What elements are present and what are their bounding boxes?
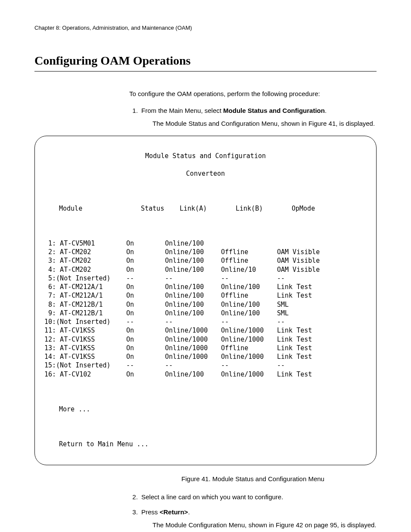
cell-linkb: Online/100: [221, 300, 277, 309]
cell-status: On: [126, 309, 165, 317]
col-status: Status: [141, 204, 180, 213]
cell-linkb: Offline: [221, 344, 277, 352]
cell-status: On: [126, 291, 165, 300]
cell-linka: Online/100: [165, 248, 221, 256]
cell-linka: Online/1000: [165, 326, 221, 335]
cell-linkb: Online/1000: [221, 352, 277, 361]
cell-module: 14: AT-CV1KSS: [44, 352, 126, 361]
cell-module: 2: AT-CM202: [44, 248, 126, 256]
terminal-row: 6: AT-CM212A/1OnOnline/100Online/100Link…: [44, 283, 367, 291]
cell-linka: Online/1000: [165, 344, 221, 352]
cell-linkb: Offline: [221, 291, 277, 300]
cell-module: 6: AT-CM212A/1: [44, 283, 126, 291]
cell-opmode: Link Test: [277, 335, 367, 344]
cell-module: 7: AT-CM212A/1: [44, 291, 126, 300]
terminal-title-1: Module Status and Configuration: [44, 152, 367, 160]
cell-status: --: [126, 274, 165, 283]
chapter-header: Chapter 8: Operations, Administration, a…: [34, 24, 377, 32]
cell-status: On: [126, 265, 165, 274]
terminal-row: 15:(Not Inserted)--------: [44, 361, 367, 370]
terminal-row: 10:(Not Inserted)--------: [44, 317, 367, 326]
step-3-result: The Module Configuration Menu, shown in …: [153, 521, 377, 529]
cell-status: On: [126, 352, 165, 361]
cell-linka: --: [165, 317, 221, 326]
cell-status: --: [126, 361, 165, 370]
step-1-result: The Module Status and Configuration Menu…: [153, 119, 377, 128]
cell-status: On: [126, 239, 165, 248]
cell-module: 15:(Not Inserted): [44, 361, 126, 370]
cell-linkb: Online/1000: [221, 335, 277, 344]
terminal-more: More ...: [44, 405, 367, 414]
terminal-row: 12: AT-CV1KSSOnOnline/1000Online/1000Lin…: [44, 335, 367, 344]
cell-linka: Online/100: [165, 291, 221, 300]
terminal-blank: [44, 387, 367, 396]
cell-module: 4: AT-CM202: [44, 265, 126, 274]
cell-module: 12: AT-CV1KSS: [44, 335, 126, 344]
procedure-list-cont: Select a line card on which you want to …: [129, 493, 377, 529]
terminal-blank: [44, 422, 367, 431]
cell-linkb: Online/100: [221, 283, 277, 291]
cell-opmode: --: [277, 361, 367, 370]
cell-opmode: Link Test: [277, 370, 367, 379]
intro-block: To configure the OAM operations, perform…: [129, 90, 377, 128]
terminal-row: 8: AT-CM212B/1OnOnline/100Online/100SML: [44, 300, 367, 309]
cell-module: 5:(Not Inserted): [44, 274, 126, 283]
cell-module: 9: AT-CM212B/1: [44, 309, 126, 317]
cell-module: 8: AT-CM212B/1: [44, 300, 126, 309]
cell-linkb: Online/1000: [221, 370, 277, 379]
cell-opmode: --: [277, 317, 367, 326]
terminal-row: 16: AT-CV102OnOnline/100Online/1000Link …: [44, 370, 367, 379]
cell-module: 16: AT-CV102: [44, 370, 126, 379]
step-1-text-a: From the Main Menu, select: [141, 107, 223, 114]
cell-linka: Online/100: [165, 300, 221, 309]
step-1-text-c: .: [325, 107, 327, 114]
cell-linka: Online/100: [165, 239, 221, 248]
cell-module: 10:(Not Inserted): [44, 317, 126, 326]
cell-status: On: [126, 370, 165, 379]
terminal-blank: [44, 187, 367, 195]
terminal-row: 14: AT-CV1KSSOnOnline/1000Online/1000Lin…: [44, 352, 367, 361]
cell-opmode: SML: [277, 309, 367, 317]
cell-linkb: Online/1000: [221, 326, 277, 335]
cell-status: On: [126, 335, 165, 344]
terminal-row: 13: AT-CV1KSSOnOnline/1000OfflineLink Te…: [44, 344, 367, 352]
cell-linkb: --: [221, 317, 277, 326]
cell-linka: Online/1000: [165, 352, 221, 361]
figure-caption: Figure 41. Module Status and Configurati…: [129, 475, 377, 483]
cell-linkb: --: [221, 361, 277, 370]
cell-module: 13: AT-CV1KSS: [44, 344, 126, 352]
step-3-text-a: Press: [141, 508, 160, 516]
cell-opmode: OAM Visible: [277, 256, 367, 265]
terminal-row: 5:(Not Inserted)--------: [44, 274, 367, 283]
step-1: From the Main Menu, select Module Status…: [140, 106, 377, 128]
cell-opmode: SML: [277, 300, 367, 309]
cell-status: On: [126, 256, 165, 265]
cell-linka: Online/1000: [165, 335, 221, 344]
cell-status: On: [126, 248, 165, 256]
terminal-row: 3: AT-CM202OnOnline/100OfflineOAM Visibl…: [44, 256, 367, 265]
intro-paragraph: To configure the OAM operations, perform…: [129, 90, 377, 98]
terminal-blank: [44, 221, 367, 230]
cell-opmode: OAM Visible: [277, 248, 367, 256]
col-linka: Link(A): [180, 204, 236, 213]
procedure-list: From the Main Menu, select Module Status…: [129, 106, 377, 128]
cell-linkb: Offline: [221, 256, 277, 265]
cell-linkb: Online/10: [221, 265, 277, 274]
step-3-bold: <Return>: [160, 508, 188, 516]
cell-status: --: [126, 317, 165, 326]
step-2-text: Select a line card on which you want to …: [141, 493, 283, 501]
section-title: Configuring OAM Operations: [34, 53, 377, 69]
cell-module: 3: AT-CM202: [44, 256, 126, 265]
cell-status: On: [126, 326, 165, 335]
terminal-row: 4: AT-CM202OnOnline/100Online/10OAM Visi…: [44, 265, 367, 274]
cell-linka: --: [165, 361, 221, 370]
cell-module: 11: AT-CV1KSS: [44, 326, 126, 335]
terminal-row: 2: AT-CM202OnOnline/100OfflineOAM Visibl…: [44, 248, 367, 256]
cell-linka: Online/100: [165, 283, 221, 291]
cell-opmode: Link Test: [277, 352, 367, 361]
terminal-title-2: Converteon: [44, 169, 367, 178]
terminal-row: 1: AT-CV5M01OnOnline/100: [44, 239, 367, 248]
terminal-row: 7: AT-CM212A/1OnOnline/100OfflineLink Te…: [44, 291, 367, 300]
col-opmode: OpMode: [292, 204, 367, 213]
step-2: Select a line card on which you want to …: [140, 493, 377, 501]
